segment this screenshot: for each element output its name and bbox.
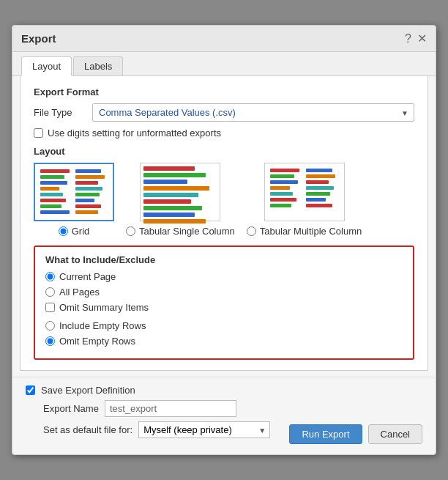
file-type-row: File Type Comma Separated Values (.csv) … (34, 103, 414, 122)
digits-checkbox-row: Use digits setting for unformatted expor… (34, 128, 414, 139)
omit-empty-label: Omit Empty Rows (59, 336, 135, 347)
file-type-label: File Type (34, 107, 85, 118)
tab-content: Export Format File Type Comma Separated … (20, 76, 428, 371)
omit-summary-label: Omit Summary Items (59, 302, 149, 313)
tabular-multiple-label: Tabular Multiple Column (260, 226, 362, 237)
close-icon[interactable]: ✕ (417, 32, 427, 45)
tabular-multiple-preview (264, 163, 345, 221)
save-definition-row: Save Export Definition (26, 385, 422, 396)
grid-label: Grid (72, 226, 90, 237)
tabular-single-radio[interactable] (126, 226, 135, 236)
layout-options: Grid (34, 163, 414, 237)
layout-option-grid[interactable]: Grid (34, 163, 114, 237)
default-file-label: Set as default file for: (43, 424, 132, 435)
grid-col-2 (75, 169, 108, 215)
tab-bar: Layout Labels (12, 52, 436, 76)
grid-preview (34, 163, 114, 221)
cancel-button[interactable]: Cancel (368, 424, 422, 444)
run-export-button[interactable]: Run Export (289, 424, 362, 444)
omit-summary-checkbox[interactable] (45, 303, 55, 312)
layout-section: Layout (34, 146, 414, 237)
digits-checkbox-label: Use digits setting for unformatted expor… (48, 128, 221, 139)
export-format-title: Export Format (34, 86, 414, 97)
tab-labels[interactable]: Labels (73, 56, 123, 75)
layout-title: Layout (34, 146, 414, 157)
default-file-select-wrapper: Myself (keep private) ▼ (138, 421, 270, 438)
dialog-body: Layout Labels Export Format File Type Co… (12, 52, 436, 454)
current-page-label: Current Page (59, 271, 116, 282)
current-page-row: Current Page (45, 271, 403, 282)
grid-preview-inner (38, 167, 110, 217)
include-exclude-section: What to Include/Exclude Current Page All… (34, 245, 414, 360)
include-empty-radio[interactable] (45, 321, 55, 331)
tabular-multi-col-2 (306, 169, 339, 215)
tabular-single-radio-row: Tabular Single Column (126, 226, 235, 237)
tabular-single-lines (143, 166, 217, 218)
include-empty-label: Include Empty Rows (59, 320, 146, 331)
tabular-multiple-radio[interactable] (247, 226, 256, 236)
export-name-input[interactable] (105, 400, 236, 417)
export-format-section: Export Format File Type Comma Separated … (34, 86, 414, 139)
default-file-select[interactable]: Myself (keep private) (138, 421, 270, 438)
all-pages-label: All Pages (59, 287, 100, 298)
grid-radio[interactable] (59, 226, 68, 236)
export-name-label: Export Name (43, 403, 99, 414)
save-definition-checkbox[interactable] (26, 385, 35, 395)
file-type-select-wrapper: Comma Separated Values (.csv) ▼ (92, 103, 414, 122)
include-empty-row: Include Empty Rows (45, 320, 403, 331)
include-exclude-title: What to Include/Exclude (45, 254, 403, 265)
action-buttons: Run Export Cancel (289, 424, 422, 444)
all-pages-radio[interactable] (45, 287, 55, 297)
omit-summary-row: Omit Summary Items (45, 302, 403, 313)
all-pages-row: All Pages (45, 287, 403, 298)
dialog-title: Export (21, 32, 56, 45)
grid-col-1 (40, 169, 72, 215)
current-page-radio[interactable] (45, 272, 55, 281)
omit-summary-checkbox-row: Omit Summary Items (45, 302, 403, 313)
tab-layout[interactable]: Layout (21, 56, 72, 76)
title-icons: ? ✕ (405, 32, 427, 45)
layout-option-tabular-single[interactable]: Tabular Single Column (126, 163, 235, 237)
tabular-single-label: Tabular Single Column (139, 226, 235, 237)
tabular-multiple-radio-row: Tabular Multiple Column (247, 226, 362, 237)
dialog-titlebar: Export ? ✕ (12, 26, 436, 52)
omit-empty-radio[interactable] (45, 336, 55, 346)
tabular-multi-col-1 (270, 169, 303, 215)
omit-empty-row: Omit Empty Rows (45, 336, 403, 347)
grid-radio-row: Grid (59, 226, 90, 237)
tabular-multiple-inner (268, 166, 341, 218)
layout-option-tabular-multiple[interactable]: Tabular Multiple Column (247, 163, 362, 237)
export-dialog: Export ? ✕ Layout Labels Export Format F… (12, 25, 436, 455)
export-name-row: Export Name (26, 400, 422, 417)
digits-checkbox[interactable] (34, 128, 43, 138)
file-type-select[interactable]: Comma Separated Values (.csv) (92, 103, 414, 122)
tabular-single-preview (140, 163, 220, 221)
save-definition-label: Save Export Definition (41, 385, 135, 396)
help-icon[interactable]: ? (405, 32, 411, 45)
